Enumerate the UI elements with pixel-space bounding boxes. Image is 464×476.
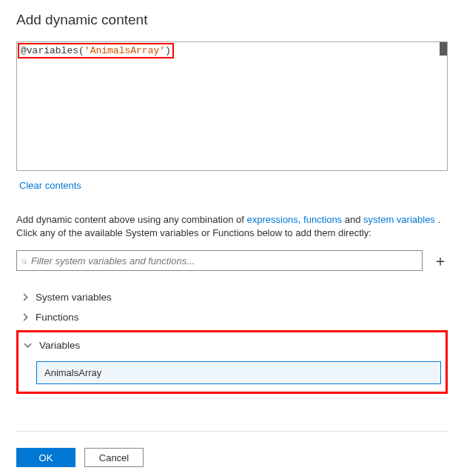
variables-group-highlight: Variables AnimalsArray: [16, 330, 448, 394]
info-text: Add dynamic content above using any comb…: [16, 213, 448, 240]
variable-item-animalsarray[interactable]: AnimalsArray: [36, 361, 441, 384]
chevron-down-icon: [23, 341, 33, 351]
category-label: System variables: [36, 292, 112, 303]
expression-highlight: @variables('AnimalsArray'): [18, 43, 174, 58]
editor-scrollbar[interactable]: [440, 42, 447, 56]
info-line2: Click any of the available System variab…: [16, 227, 371, 238]
ok-button[interactable]: OK: [16, 448, 75, 467]
chevron-right-icon: [19, 292, 30, 303]
info-prefix: Add dynamic content above using any comb…: [16, 214, 246, 225]
chevron-right-icon: [19, 312, 30, 323]
add-button[interactable]: ＋: [433, 253, 448, 268]
system-variables-link[interactable]: system variables: [363, 214, 435, 225]
expression-text: @variables('AnimalsArray'): [21, 45, 171, 56]
category-functions[interactable]: Functions: [16, 307, 448, 327]
category-variables[interactable]: Variables: [23, 335, 441, 355]
expression-editor[interactable]: @variables('AnimalsArray'): [16, 41, 448, 171]
info-period: .: [437, 214, 440, 225]
expressions-functions-link[interactable]: expressions, functions: [246, 214, 342, 225]
category-label: Functions: [36, 312, 79, 323]
category-system-variables[interactable]: System variables: [16, 287, 448, 307]
filter-input-wrapper[interactable]: ⌕: [16, 250, 423, 271]
search-icon: ⌕: [21, 255, 27, 266]
filter-input[interactable]: [31, 255, 417, 267]
clear-contents-link[interactable]: Clear contents: [19, 180, 81, 191]
category-label: Variables: [39, 340, 80, 351]
button-bar: OK Cancel: [16, 431, 448, 467]
page-title: Add dynamic content: [16, 12, 448, 28]
cancel-button[interactable]: Cancel: [84, 448, 144, 467]
info-between: and: [345, 214, 363, 225]
